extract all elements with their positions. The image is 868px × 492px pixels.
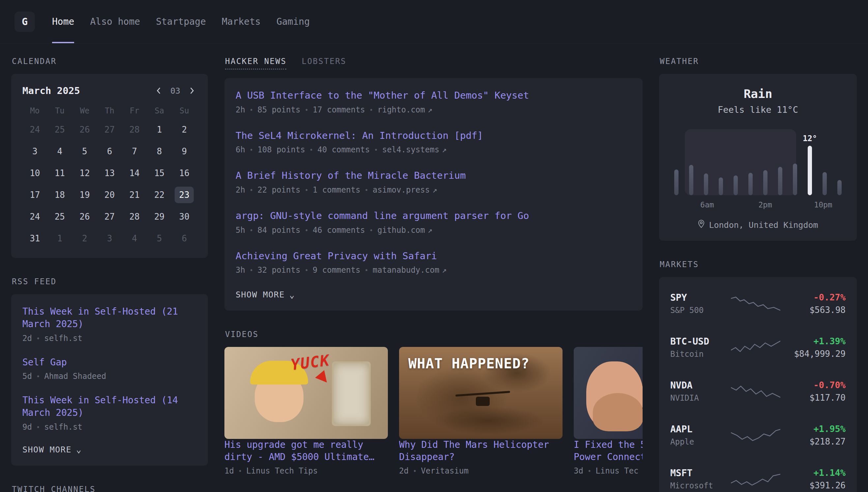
- rss-show-more-button[interactable]: SHOW MORE ⌄: [22, 445, 82, 454]
- news-item-title[interactable]: The SeL4 Microkernel: An Introduction [p…: [236, 130, 631, 142]
- market-name: Bitcoin: [670, 349, 730, 359]
- news-item-meta: 2h • 22 points • 1 comments • asimov.pre…: [236, 185, 631, 195]
- app-logo[interactable]: G: [15, 11, 35, 32]
- rss-feed-section-title: RSS FEED: [12, 277, 208, 286]
- calendar-day-cell: 13: [100, 165, 119, 181]
- news-item-title[interactable]: A Brief History of the Miracle Bacterium: [236, 170, 631, 182]
- news-item-source-link[interactable]: sel4.systems↗: [382, 145, 447, 154]
- video-title[interactable]: Why Did The Mars Helicopter Disappear?: [399, 439, 562, 463]
- market-values: +1.14% $391.26: [781, 468, 846, 490]
- rss-feed-item-title[interactable]: Self Gap: [22, 356, 197, 369]
- chevron-down-icon: ⌄: [76, 445, 82, 454]
- calendar-day-cell: 12: [75, 165, 94, 181]
- news-item-comments: 46 comments: [313, 225, 365, 235]
- nav-tab[interactable]: Startpage: [156, 0, 206, 43]
- calendar-prev-button[interactable]: [154, 85, 164, 96]
- separator-dot-icon: •: [249, 267, 253, 274]
- market-row[interactable]: MSFT Microsoft +1.14% $391.26: [670, 457, 846, 492]
- market-row[interactable]: BTC-USD Bitcoin +1.39% $84,999.29: [670, 325, 846, 369]
- nav-tab[interactable]: Gaming: [277, 0, 310, 43]
- separator-dot-icon: •: [310, 146, 313, 153]
- nav-tab[interactable]: Home: [52, 0, 74, 43]
- news-item-title[interactable]: argp: GNU-style command line argument pa…: [236, 210, 631, 222]
- location-pin-icon: [698, 220, 705, 230]
- nav-tabs: Home Also home Startpage Markets Gaming: [52, 0, 310, 43]
- calendar-day-cell: 7: [125, 143, 144, 159]
- news-show-more-button[interactable]: SHOW MORE ⌄: [236, 290, 295, 299]
- market-row[interactable]: NVDA NVIDIA -0.70% $117.70: [670, 369, 846, 413]
- video-channel: Linus Tec: [596, 466, 638, 475]
- video-title-line: Power Connect: [574, 451, 642, 463]
- calendar-day-cell: 23: [175, 187, 194, 203]
- news-item-source: matanabudy.com: [373, 266, 439, 275]
- chevron-down-icon: ⌄: [289, 291, 295, 299]
- weather-widget: Rain Feels like 11°C: [659, 74, 857, 241]
- market-info: NVDA NVIDIA: [670, 380, 730, 403]
- weather-time-label: 6am: [700, 200, 714, 209]
- news-feed-tabs: HACKER NEWS LOBSTERS: [225, 57, 642, 70]
- video-title[interactable]: I Fixed the 5 Power Connect: [574, 439, 642, 463]
- rss-feed-item-title[interactable]: This Week in Self-Hosted (21 March 2025): [22, 305, 197, 330]
- calendar-day-cell: 3: [100, 230, 119, 247]
- news-item-source-link[interactable]: github.com↗: [377, 225, 432, 235]
- weather-bar: [674, 170, 679, 195]
- news-item-source-link[interactable]: asimov.press↗: [373, 185, 437, 195]
- video-thumbnail[interactable]: DO T T: [574, 347, 642, 439]
- rss-feed-item-age: 9d: [22, 422, 32, 432]
- separator-dot-icon: •: [36, 423, 40, 430]
- calendar-weekday-row: Mo Tu We Th Fr Sa Su: [22, 106, 197, 116]
- market-ticker: MSFT: [670, 468, 692, 478]
- market-row[interactable]: SPY S&P 500 -0.27% $563.98: [670, 281, 846, 325]
- rss-feed-item-title[interactable]: This Week in Self-Hosted (14 March 2025): [22, 394, 197, 419]
- nav-tab[interactable]: Also home: [90, 0, 140, 43]
- video-title-line: dirty - AMD $5000 Ultimate…: [225, 451, 388, 463]
- news-item-source: righto.com: [377, 105, 425, 115]
- calendar-day-cell: 28: [125, 208, 144, 225]
- calendar-widget: March 2025 03 Mo Tu: [11, 74, 208, 258]
- news-item-points: 108 points: [257, 145, 305, 154]
- calendar-day-cell: 9: [175, 143, 194, 159]
- news-item-meta: 5h • 84 points • 46 comments • github.co…: [236, 225, 631, 235]
- video-channel: Linus Tech Tips: [246, 466, 318, 475]
- calendar-day-cell: 21: [125, 187, 144, 203]
- news-feed-tab[interactable]: HACKER NEWS: [225, 57, 286, 70]
- news-feed-tab[interactable]: LOBSTERS: [301, 57, 346, 70]
- market-row[interactable]: AAPL Apple +1.95% $218.27: [670, 413, 846, 457]
- market-price: $391.26: [781, 481, 846, 490]
- news-item-points: 84 points: [257, 225, 300, 235]
- weather-section-title: WEATHER: [660, 57, 857, 66]
- separator-dot-icon: •: [365, 186, 368, 194]
- chevron-left-icon: [155, 87, 162, 95]
- video-title[interactable]: His upgrade got me really dirty - AMD $5…: [225, 439, 388, 463]
- weather-bar-column: 12°: [807, 125, 813, 195]
- rss-feed-item-age: 2d: [22, 334, 32, 343]
- news-item-points: 85 points: [257, 105, 300, 115]
- markets-widget: SPY S&P 500 -0.27% $563.98: [659, 277, 857, 492]
- weather-bar-column: [703, 125, 709, 195]
- news-item-comments: 17 comments: [313, 105, 365, 115]
- weather-bar-column: [792, 125, 798, 195]
- news-item-source-link[interactable]: righto.com↗: [377, 105, 432, 115]
- calendar-next-button[interactable]: [187, 85, 197, 96]
- market-percent-change: -0.27%: [781, 292, 846, 302]
- weather-location-label: London, United Kingdom: [709, 220, 818, 230]
- market-name: NVIDIA: [670, 393, 730, 403]
- news-item-title[interactable]: A USB Interface to the "Mother of All De…: [236, 89, 631, 102]
- calendar-day-cell: 8: [150, 143, 169, 159]
- separator-dot-icon: •: [305, 106, 308, 114]
- news-item-source: sel4.systems: [382, 145, 439, 154]
- news-widget: A USB Interface to the "Mother of All De…: [225, 78, 642, 311]
- video-thumbnail[interactable]: YUCK: [225, 347, 388, 439]
- news-item-title[interactable]: Achieving Great Privacy with Safari: [236, 250, 631, 263]
- news-item-meta: 6h • 108 points • 40 comments • sel4.sys…: [236, 145, 631, 154]
- separator-dot-icon: •: [238, 467, 242, 474]
- rss-feed-item-meta: 5d • Ahmad Shadeed: [22, 372, 197, 381]
- calendar-day-cell: 25: [50, 121, 69, 138]
- news-item-source-link[interactable]: matanabudy.com↗: [373, 266, 447, 275]
- weather-location: London, United Kingdom: [671, 220, 845, 230]
- video-card: DO T T I Fixed the 5 Power Connect 3d • …: [574, 347, 642, 475]
- video-thumbnail[interactable]: WHAT HAPPENED?: [399, 347, 562, 439]
- video-meta: 3d • Linus Tec: [574, 466, 642, 475]
- nav-tab[interactable]: Markets: [222, 0, 261, 43]
- calendar-current-month-badge[interactable]: 03: [170, 86, 180, 96]
